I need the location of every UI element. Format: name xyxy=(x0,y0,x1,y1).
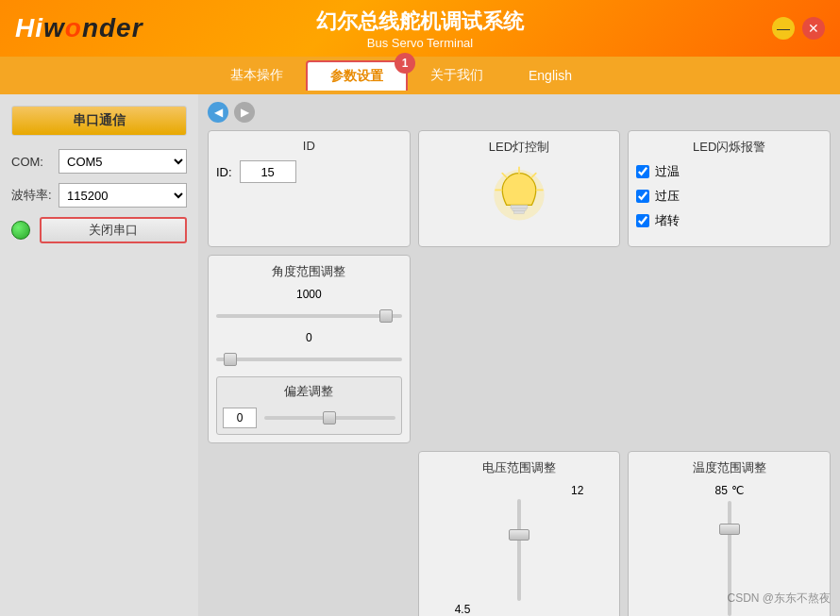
com-select[interactable]: COM5 COM1 COM2 COM3 COM4 xyxy=(59,149,187,174)
close-button[interactable]: ✕ xyxy=(802,17,825,40)
title-center: 幻尔总线舵机调试系统 Bus Servo Terminal xyxy=(316,8,524,50)
com-row: COM: COM5 COM1 COM2 COM3 COM4 xyxy=(11,149,187,174)
bias-slider-row xyxy=(223,408,395,428)
port-control-row: 关闭串口 xyxy=(11,217,187,243)
voltage-lower-value: 4.5 xyxy=(455,603,471,616)
bulb-icon xyxy=(481,163,557,239)
title-controls: — ✕ xyxy=(772,17,825,40)
angle-range-title: 角度范围调整 xyxy=(216,263,402,280)
close-port-button[interactable]: 关闭串口 xyxy=(40,217,187,243)
svg-rect-2 xyxy=(512,208,526,211)
angle-lower-track xyxy=(216,358,402,361)
angle-range-panel: 角度范围调整 1000 0 偏差调整 xyxy=(208,255,411,443)
over-voltage-row: 过压 xyxy=(636,188,822,205)
app-title-sub: Bus Servo Terminal xyxy=(316,36,524,50)
voltage-range-panel: 电压范围调整 12 4.5 xyxy=(418,451,621,616)
over-temp-checkbox[interactable] xyxy=(636,165,649,178)
bias-value-input[interactable] xyxy=(223,408,257,428)
led-alarm-title: LED闪烁报警 xyxy=(636,139,822,156)
over-voltage-label: 过压 xyxy=(655,188,680,205)
stall-checkbox[interactable] xyxy=(636,214,649,227)
led-control-title: LED灯控制 xyxy=(489,139,549,156)
title-bar: Hiwonder 幻尔总线舵机调试系统 Bus Servo Terminal —… xyxy=(0,0,840,57)
bottom-row-panels: 角度范围调整 1000 0 偏差调整 xyxy=(208,255,831,616)
logo-wonder: wonder xyxy=(43,13,143,42)
over-voltage-checkbox[interactable] xyxy=(636,190,649,203)
nav-item-param-settings[interactable]: 参数设置 1 xyxy=(306,60,408,91)
nav-item-about[interactable]: 关于我们 xyxy=(408,61,506,90)
sidebar-title: 串口通信 xyxy=(11,106,187,136)
angle-upper-thumb[interactable] xyxy=(379,309,393,323)
angle-lower-value: 0 xyxy=(216,331,402,344)
watermark: CSDN @东东不熬夜 xyxy=(727,591,831,607)
id-panel-title: ID xyxy=(216,139,402,153)
temp-upper-value: 85 xyxy=(714,484,727,497)
baud-select[interactable]: 115200 9600 19200 38400 57600 xyxy=(59,183,187,208)
top-row-panels: ID ID: LED灯控制 xyxy=(208,130,831,247)
temp-range-title: 温度范围调整 xyxy=(636,459,822,476)
svg-rect-3 xyxy=(514,211,525,214)
angle-lower-thumb[interactable] xyxy=(224,353,237,366)
bias-track xyxy=(264,416,395,420)
id-panel: ID ID: xyxy=(208,130,411,247)
nav-item-english[interactable]: English xyxy=(506,62,595,89)
bias-sub-panel: 偏差调整 xyxy=(216,376,402,435)
temp-unit: ℃ xyxy=(731,484,744,497)
minimize-button[interactable]: — xyxy=(772,17,795,40)
panels-container: ID ID: LED灯控制 xyxy=(208,130,831,616)
logo-hi: Hi xyxy=(15,13,43,42)
nav-bar: 基本操作 参数设置 1 关于我们 English xyxy=(0,57,840,94)
temp-thumb[interactable] xyxy=(719,524,740,535)
bulb-container xyxy=(481,163,557,239)
nav-active-circle: 1 xyxy=(395,53,415,74)
over-temp-row: 过温 xyxy=(636,163,822,180)
bias-title: 偏差调整 xyxy=(223,383,395,400)
back-arrow[interactable]: ◀ xyxy=(208,102,228,123)
stall-row: 堵转 xyxy=(636,212,822,229)
over-temp-label: 过温 xyxy=(655,163,680,180)
angle-upper-track xyxy=(216,314,402,318)
sidebar: 串口通信 COM: COM5 COM1 COM2 COM3 COM4 波特率: … xyxy=(0,94,198,616)
toolbar-row: ◀ ▶ xyxy=(208,102,831,123)
main-layout: 串口通信 COM: COM5 COM1 COM2 COM3 COM4 波特率: … xyxy=(0,94,840,616)
app-logo: Hiwonder xyxy=(15,13,143,43)
angle-upper-slider xyxy=(216,307,402,325)
nav-item-basic-ops[interactable]: 基本操作 xyxy=(208,61,306,90)
voltage-track xyxy=(517,499,521,601)
voltage-thumb[interactable] xyxy=(509,529,529,541)
angle-lower-slider xyxy=(216,350,402,369)
app-title-main: 幻尔总线舵机调试系统 xyxy=(316,8,524,36)
led-alarm-panel: LED闪烁报警 过温 过压 堵转 xyxy=(628,130,831,247)
bias-thumb[interactable] xyxy=(323,411,336,425)
svg-rect-1 xyxy=(511,205,528,208)
led-control-panel: LED灯控制 xyxy=(418,130,621,247)
stall-label: 堵转 xyxy=(655,212,680,229)
temp-upper-row: 85 ℃ xyxy=(714,484,743,497)
content-area: ◀ ▶ ID ID: LED灯控制 xyxy=(198,94,840,616)
baud-row: 波特率: 115200 9600 19200 38400 57600 xyxy=(11,183,187,208)
id-input[interactable] xyxy=(240,160,296,183)
voltage-upper-value: 12 xyxy=(571,484,583,497)
forward-arrow[interactable]: ▶ xyxy=(234,102,255,123)
id-row: ID: xyxy=(216,160,402,183)
voltage-range-title: 电压范围调整 xyxy=(427,459,613,476)
id-label: ID: xyxy=(216,165,232,179)
baud-label: 波特率: xyxy=(11,187,59,204)
angle-upper-value: 1000 xyxy=(216,288,402,301)
connection-indicator xyxy=(11,221,30,240)
com-label: COM: xyxy=(11,155,59,169)
